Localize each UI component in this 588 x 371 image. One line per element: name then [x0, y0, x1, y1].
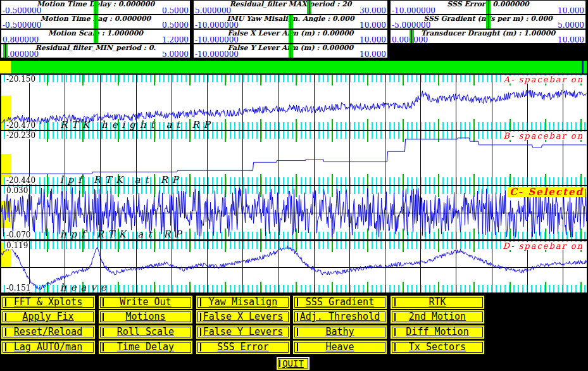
chart-panel-c[interactable]: 0.030-0.070hpf RTK at RPC- Selected	[1, 186, 587, 239]
apply-fix-button[interactable]: Apply Fix	[1, 310, 95, 324]
param-min-value: 0.000000	[3, 51, 39, 58]
bathy-button[interactable]: Bathy	[293, 325, 387, 339]
fft-xplots-button[interactable]: FFT & Xplots	[1, 296, 95, 309]
chart-title-hpf-rtk-at-rp: hpf RTK at RP	[60, 230, 186, 239]
chart-title-heave: heave	[60, 283, 111, 292]
param-max-value: 10.000	[360, 22, 386, 28]
lag-auto-man-button[interactable]: Lag AUTO/man	[1, 341, 95, 354]
param-range: 0.00000010.000	[391, 37, 585, 43]
param-min-value: -0.500000	[3, 8, 41, 14]
slider-handle[interactable]	[94, 15, 98, 28]
chart-ymax-label-b: -20.230	[5, 132, 37, 139]
param-slider-box-motion-time-delay: Motion Time Delay : 0.000000-0.5000000.5…	[1, 1, 190, 14]
tx-sectors-button[interactable]: Tx Sectors	[391, 341, 484, 354]
param-min-value: -10.000000	[195, 37, 239, 43]
quit-button[interactable]: QUIT	[277, 357, 310, 370]
param-slider-box-residual-filter-min-period: Residual_filter_MIN_period : 0.0.0000005…	[1, 44, 190, 58]
param-min-value: -10.000000	[195, 51, 239, 58]
param-slider-box-motion-time-lag: Motion Time Lag : 0.000000-0.5000000.500…	[1, 15, 190, 28]
slider-handle[interactable]	[486, 1, 491, 14]
adj-threshold-button[interactable]: Adj. Threshold	[293, 310, 387, 324]
param-label: Residual_filter MAX period : 20	[194, 1, 387, 8]
param-max-value: 1.2000	[162, 37, 189, 43]
sss-error-button[interactable]: SSS Error	[196, 341, 290, 354]
chart-badge-d[interactable]: D- spacebar on	[501, 242, 585, 250]
param-min-value: -10.000000	[195, 22, 239, 28]
param-slider-box-motion-scale: Motion Scale : 1.0000000.8000001.2000	[1, 30, 190, 43]
param-min-value: -0.500000	[3, 22, 41, 28]
param-max-value: 5.0000	[558, 22, 584, 28]
timeline-start-block	[0, 61, 11, 73]
param-range: 5.00000030.000	[194, 8, 387, 14]
param-max-value: 0.5000	[162, 8, 189, 14]
chart-panel-b[interactable]: -20.230-20.440lpf RTK at RPB- spacebar o…	[1, 131, 587, 185]
param-max-value: 10.000	[360, 37, 386, 43]
timeline-extent-bar	[11, 61, 587, 73]
diff-motion-button[interactable]: Diff Motion	[391, 325, 484, 339]
false-x-levers-button[interactable]: False X Levers	[196, 310, 290, 324]
roll-scale-button[interactable]: Roll Scale	[99, 325, 192, 339]
slider-handle[interactable]	[410, 30, 414, 43]
chart-ymin-label-a: -20.470	[5, 122, 37, 129]
chart-title-rtk-height-at-rp: RTK height at RP	[60, 120, 215, 130]
app-window: Motion Time Delay : 0.000000-0.5000000.5…	[0, 0, 588, 371]
param-slider-box-sss-gradient-m-s-per-m: SSS Gradient (m/s per m) : 0.000-5.00000…	[391, 15, 585, 28]
param-max-value: 10.000	[558, 37, 584, 43]
rtk-button[interactable]: RTK	[391, 296, 484, 309]
param-max-value: 30.000	[360, 8, 386, 14]
chart-title-lpf-rtk-at-rp: lpf RTK at RP	[60, 175, 183, 185]
param-label: Transducer Draught (m) : 1.00000	[391, 30, 585, 37]
param-range: 0.0000005.0000	[1, 51, 190, 58]
slider-handle[interactable]	[289, 44, 293, 58]
reset-reload-button[interactable]: Reset/Reload	[1, 325, 95, 339]
chart-ymin-label-c: -0.070	[5, 231, 32, 239]
motions-button[interactable]: Motions	[99, 310, 192, 324]
chart-ymin-label-d: -0.151	[5, 284, 32, 292]
chart-ymin-label-b: -20.440	[5, 177, 37, 184]
chart-badge-c[interactable]: C- Selected	[508, 187, 585, 197]
slider-handle[interactable]	[307, 1, 311, 14]
param-min-value: 5.000000	[195, 8, 231, 14]
2nd-motion-button[interactable]: 2nd Motion	[391, 310, 484, 324]
heave-button[interactable]: Heave	[293, 341, 387, 354]
param-slider-box-imu-yaw-misalign-angle: IMU Yaw Misalign. Angle : 0.000-10.00000…	[194, 15, 387, 28]
false-y-levers-button[interactable]: False Y Levers	[196, 325, 290, 339]
param-slider-box-transducer-draught-m: Transducer Draught (m) : 1.000000.000000…	[391, 30, 585, 43]
slider-handle[interactable]	[289, 15, 293, 28]
param-max-value: 0.5000	[162, 22, 189, 28]
param-slider-box-sss-error: SSS Error : 0.000000-10.00000010.000	[391, 1, 585, 14]
slider-handle[interactable]	[3, 44, 8, 58]
sss-gradient-button[interactable]: SSS Gradient	[293, 296, 387, 309]
param-slider-box-false-x-lever-arm-m: False X Lever Arm (m) : 0.00000-10.00000…	[194, 30, 387, 43]
chart-badge-a[interactable]: A- spacebar on	[502, 75, 585, 84]
param-max-value: 5.0000	[162, 51, 189, 58]
chart-ymax-label-a: -20.150	[5, 75, 37, 83]
param-max-value: 10.000	[558, 8, 584, 14]
write-out-button[interactable]: Write Out	[99, 296, 192, 309]
param-max-value: 10.000	[360, 51, 386, 58]
param-min-value: -10.000000	[392, 8, 435, 14]
param-label: Residual_filter_MIN_period : 0.	[1, 44, 190, 51]
slider-handle[interactable]	[289, 30, 293, 43]
chart-ymax-label-c: 0.030	[5, 187, 29, 194]
timeline-position-marker[interactable]	[582, 61, 584, 73]
timeline-bar[interactable]	[0, 61, 588, 73]
chart-panel-d[interactable]: 0.119-0.151heaveD- spacebar on	[1, 241, 587, 292]
slider-handle[interactable]	[94, 1, 98, 14]
slider-handle[interactable]	[486, 15, 491, 28]
yaw-misalign-button[interactable]: Yaw Misalign	[196, 296, 290, 309]
chart-badge-b[interactable]: B- spacebar on	[501, 132, 585, 140]
param-slider-box-false-y-lever-arm-m: False Y Lever Arm (m) : 0.00000-10.00000…	[194, 44, 387, 58]
param-min-value: -5.000000	[392, 22, 430, 28]
chart-panel-a[interactable]: -20.150-20.470RTK height at RPA- spaceba…	[1, 75, 587, 130]
slider-handle[interactable]	[94, 30, 98, 43]
param-slider-box-residual-filter-max-period: Residual_filter MAX period : 205.0000003…	[194, 1, 387, 14]
time-delay-button[interactable]: Time Delay	[99, 341, 192, 354]
param-min-value: 0.800000	[3, 37, 39, 43]
chart-ymax-label-d: 0.119	[5, 242, 29, 249]
